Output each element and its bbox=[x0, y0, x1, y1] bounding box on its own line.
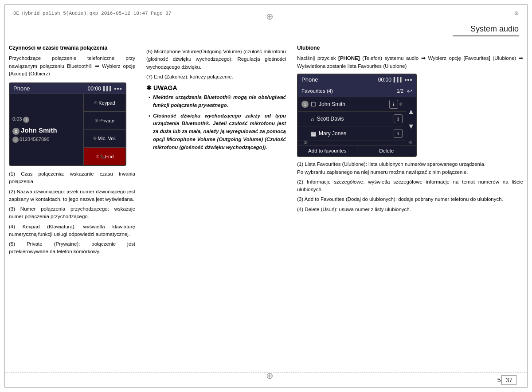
contact-name-2: Scott Davis bbox=[317, 116, 392, 122]
phone-screen-left: Phone 00:00 ▌▌▌ ●●● 0:03 1 2John Smith 3… bbox=[9, 82, 126, 166]
uwaga-word: UWAGA bbox=[153, 84, 177, 91]
list-item: (5) Private (Prywatne): połączenie jest … bbox=[9, 240, 135, 256]
fav-content-row: 1 ☐ John Smith ℹ ② ⌂ Scott Davis ℹ bbox=[298, 97, 416, 141]
contact-name-3: Mary Jones bbox=[319, 130, 392, 137]
fav-time: 00:00 bbox=[378, 77, 391, 83]
scroll-down-icon[interactable]: ▼ bbox=[407, 122, 415, 130]
list-item: (2) Nazwa dzwoniącego: jeżeli numer dzwo… bbox=[9, 188, 135, 204]
info-icon-3: ℹ bbox=[397, 131, 399, 136]
info-btn-2[interactable]: ℹ bbox=[394, 114, 403, 123]
uwaga-star: ✱ bbox=[146, 84, 153, 91]
section-title: System audio bbox=[453, 24, 519, 36]
middle-column: (6) Microphone Volume(Outgoing Volume) (… bbox=[142, 44, 293, 365]
list-item: (2) Informacje szczegółowe: wyświetla sz… bbox=[297, 178, 523, 194]
phone-right-panel: ④Keypad ⑤Private ⑥Mic. Vol. ⑦ 📞 End bbox=[83, 94, 125, 165]
mic-vol-btn[interactable]: ⑥Mic. Vol. bbox=[84, 130, 125, 148]
page-section: 5 bbox=[497, 376, 501, 384]
badge-4: ④ bbox=[408, 140, 412, 145]
badge-3: ③ bbox=[304, 140, 308, 145]
phone-time-left: 00:00 bbox=[88, 86, 101, 92]
phone-left-panel: 0:03 1 2John Smith 301234567890 bbox=[10, 94, 83, 165]
private-btn[interactable]: ⑤Private bbox=[84, 112, 125, 129]
fav-phone-title: Phone bbox=[301, 76, 378, 83]
left-heading: Czynności w czasie trwania połączenia bbox=[9, 44, 135, 52]
reg-mark: ⊕ bbox=[514, 9, 519, 18]
fav-bottom-row: Add to favourites Delete bbox=[298, 145, 416, 156]
list-item: (1) Lista Favourites (Ulubione): lista u… bbox=[297, 161, 523, 176]
fav-contact-row[interactable]: ▦ Mary Jones ℹ bbox=[298, 126, 406, 141]
fav-row-title: Favourites (4) 1/2 ↩ bbox=[298, 85, 416, 97]
list-item: (4) Keypad (Klawiatura): wyświetla klawi… bbox=[9, 223, 135, 239]
info-btn-1[interactable]: ℹ bbox=[389, 100, 398, 109]
fav-contact-row[interactable]: ⌂ Scott Davis ℹ bbox=[298, 112, 406, 126]
end-btn[interactable]: ⑦ 📞 End bbox=[84, 148, 125, 165]
numbered-list-right: (1) Lista Favourites (Ulubione): lista u… bbox=[297, 161, 523, 213]
delete-btn[interactable]: Delete bbox=[357, 145, 416, 156]
info-icon-1: ℹ bbox=[393, 102, 395, 107]
info-icon-2: ℹ bbox=[397, 117, 399, 122]
reg-mark-bottom: ⊕ bbox=[266, 370, 274, 381]
badge-2: ② bbox=[399, 102, 403, 106]
content-area: Czynności w czasie trwania połączenia Pr… bbox=[9, 44, 523, 365]
fav-label: Favourites (4) bbox=[301, 88, 397, 94]
reg-mark-top: ⊕ bbox=[266, 11, 274, 22]
middle-numbered-list: (6) Microphone Volume(Outgoing Volume) (… bbox=[146, 48, 286, 81]
list-item: (6) Microphone Volume(Outgoing Volume) (… bbox=[146, 48, 286, 71]
fav-header: Phone 00:00 ▌▌▌ ●●● bbox=[298, 74, 416, 85]
uwaga-title: ✱ UWAGA bbox=[146, 84, 286, 91]
bullet-list: Niektóre urządzenia Bluetooth® mogą nie … bbox=[146, 94, 286, 152]
fav-page: 1/2 bbox=[397, 88, 403, 94]
list-item: (3) Add to Favourites (Dodaj do ulubiony… bbox=[297, 196, 523, 203]
info-btn-3[interactable]: ℹ bbox=[394, 129, 403, 138]
right-heading: Ulubione bbox=[297, 44, 523, 52]
contact-icon-2: ⌂ bbox=[311, 116, 314, 122]
left-intro: Przychodzące połączenie telefoniczne prz… bbox=[9, 55, 135, 78]
contact-name-1: John Smith bbox=[319, 101, 387, 107]
bullet-item: Niektóre urządzenia Bluetooth® mogą nie … bbox=[149, 94, 286, 110]
list-item: (7) End (Zakończ): kończy połączenie. bbox=[146, 73, 286, 81]
phone-screen-right: Phone 00:00 ▌▌▌ ●●● Favourites (4) 1/2 ↩… bbox=[297, 74, 417, 157]
phone-icons-left: ▌▌▌ ●●● bbox=[103, 86, 122, 91]
right-column: Ulubione Naciśnij przycisk [PHONE] (Tele… bbox=[293, 44, 523, 365]
fav-contact-row[interactable]: 1 ☐ John Smith ℹ ② bbox=[298, 97, 406, 112]
phone-caller-name: 2John Smith bbox=[12, 126, 81, 135]
contact-icon-3: ▦ bbox=[311, 130, 316, 137]
phone-header-left: Phone 00:00 ▌▌▌ ●●● bbox=[10, 83, 125, 94]
back-icon[interactable]: ↩ bbox=[407, 87, 412, 94]
list-item: (1) Czas połączenia: wskazanie czasu trw… bbox=[9, 170, 135, 186]
list-item: (4) Delete (Usuń): usuwa numer z listy u… bbox=[297, 206, 523, 213]
bullet-item: Głośność dźwięku wychodzącego zależy od … bbox=[149, 112, 286, 152]
list-item: (3) Numer połączenia przychodzącego: wsk… bbox=[9, 205, 135, 221]
keypad-btn[interactable]: ④Keypad bbox=[84, 94, 125, 112]
page-num-text: 37 bbox=[505, 376, 512, 384]
left-column: Czynności w czasie trwania połączenia Pr… bbox=[9, 44, 142, 365]
uwaga-section: ✱ UWAGA Niektóre urządzenia Bluetooth® m… bbox=[146, 84, 286, 152]
phone-title-left: Phone bbox=[13, 85, 74, 92]
fav-signal-icons: ▌▌▌ ●●● bbox=[394, 77, 412, 82]
fav-badge-1: 1 bbox=[301, 101, 309, 108]
right-intro: Naciśnij przycisk [PHONE] (Telefon) syst… bbox=[297, 55, 523, 71]
fav-badge-row: ③ ④ bbox=[300, 140, 416, 145]
fav-scroll-bar: ▲ ▼ bbox=[406, 97, 416, 141]
contact-icon-1: ☐ bbox=[311, 101, 316, 108]
scroll-up-icon[interactable]: ▲ bbox=[407, 108, 415, 116]
fav-list: 1 ☐ John Smith ℹ ② ⌂ Scott Davis ℹ bbox=[298, 97, 406, 141]
numbered-list-left: (1) Czas połączenia: wskazanie czasu trw… bbox=[9, 170, 135, 256]
add-to-fav-btn[interactable]: Add to favourites bbox=[298, 145, 357, 156]
phone-body-left: 0:03 1 2John Smith 301234567890 ④Keypad … bbox=[10, 94, 125, 165]
phone-timer: 0:03 1 bbox=[12, 116, 81, 123]
page-number: 37 bbox=[501, 375, 516, 385]
header-text: DE Hybrid polish 5(Audio).qxp 2016-05-12… bbox=[13, 11, 514, 16]
phone-number: 301234567890 bbox=[12, 137, 81, 143]
